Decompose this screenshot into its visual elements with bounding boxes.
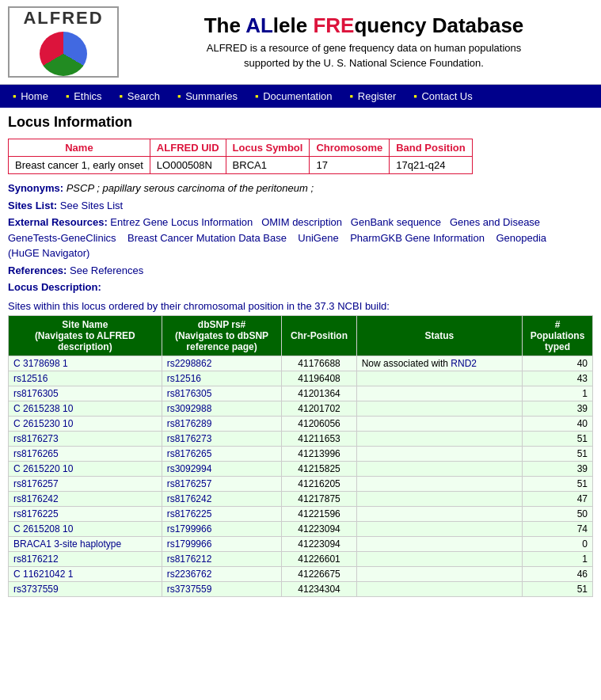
dbsnp-link[interactable]: rs8176273 [167, 433, 212, 444]
site-name-link[interactable]: C 2615238 10 [13, 403, 73, 414]
pops-cell: 1 [523, 551, 593, 566]
dbsnp-cell: rs3092994 [162, 461, 282, 476]
chr-pos-cell: 41223094 [282, 536, 356, 551]
link-unigene[interactable]: UniGene [298, 232, 338, 244]
logo-text: ALFRED [23, 8, 103, 29]
dbsnp-link[interactable]: rs12516 [167, 373, 201, 384]
pops-cell: 50 [523, 506, 593, 521]
link-brca-mutation[interactable]: Breast Cancer Mutation Data Base [127, 232, 287, 244]
site-row: C 11621042 1rs22367624122667546 [9, 566, 593, 581]
chr-pos-cell: 41216205 [282, 476, 356, 491]
header: ALFRED The ALlele FREquency Database ALF… [0, 0, 601, 85]
site-row: rs8176212rs8176212412266011 [9, 551, 593, 566]
link-pharmgkb[interactable]: PharmGKB Gene Information [350, 232, 485, 244]
site-name-link[interactable]: rs8176305 [13, 388, 59, 399]
site-name-link[interactable]: C 2615208 10 [13, 523, 73, 535]
site-name-cell: C 2615238 10 [9, 401, 162, 416]
status-cell [356, 536, 522, 551]
link-genes-disease[interactable]: Genes and Disease [450, 216, 540, 228]
sites-table: Site Name(Navigates to ALFREDdescription… [8, 315, 593, 597]
site-name-link[interactable]: rs8176242 [13, 493, 59, 504]
dbsnp-cell: rs8176257 [162, 476, 282, 491]
site-row: rs3737559rs37375594123430451 [9, 581, 593, 596]
nav-ethics[interactable]: ▪ Ethics [58, 88, 110, 105]
dbsnp-cell: rs8176212 [162, 551, 282, 566]
site-name-cell: rs8176242 [9, 491, 162, 506]
status-link[interactable]: RND2 [451, 358, 477, 369]
dbsnp-cell: rs3092988 [162, 401, 282, 416]
dbsnp-link[interactable]: rs8176289 [167, 418, 212, 429]
sites-list-link[interactable]: See Sites List [60, 200, 124, 211]
pops-cell: 39 [523, 461, 593, 476]
site-name-link[interactable]: rs8176273 [13, 433, 59, 444]
site-name-cell: rs8176265 [9, 446, 162, 461]
sites-table-body: C 3178698 1rs229886241176688Now associat… [9, 356, 593, 596]
site-name-link[interactable]: C 3178698 1 [13, 358, 68, 369]
site-name-link[interactable]: C 2615220 10 [13, 463, 73, 474]
dbsnp-cell: rs2236762 [162, 566, 282, 581]
dbsnp-cell: rs12516 [162, 371, 282, 386]
pops-cell: 43 [523, 371, 593, 386]
pops-cell: 51 [523, 476, 593, 491]
references-row: References: See References [8, 263, 593, 279]
references-link[interactable]: See References [70, 264, 143, 276]
chr-pos-cell: 41201364 [282, 386, 356, 401]
dbsnp-link[interactable]: rs8176265 [167, 448, 212, 459]
site-name-link[interactable]: rs3737559 [13, 584, 59, 595]
site-name-link[interactable]: C 11621042 1 [13, 569, 73, 580]
site-name-link[interactable]: rs8176225 [13, 508, 59, 519]
link-entrez[interactable]: Entrez Gene Locus Information [110, 216, 253, 228]
site-row: C 3178698 1rs229886241176688Now associat… [9, 356, 593, 371]
dbsnp-cell: rs3737559 [162, 581, 282, 596]
site-name-link[interactable]: rs8176212 [13, 554, 59, 565]
site-name-link[interactable]: rs8176257 [13, 478, 59, 489]
dbsnp-link[interactable]: rs1799966 [167, 538, 212, 550]
link-huge[interactable]: (HuGE Navigator) [8, 247, 89, 259]
th-chr-pos: Chr-Position [282, 315, 356, 356]
dbsnp-link[interactable]: rs2298862 [167, 358, 212, 369]
site-name-link[interactable]: rs8176265 [13, 448, 59, 459]
site-row: rs8176273rs81762734121165351 [9, 431, 593, 446]
dbsnp-link[interactable]: rs8176305 [167, 388, 212, 399]
dbsnp-link[interactable]: rs8176212 [167, 554, 212, 565]
site-row: rs8176225rs81762254122159650 [9, 506, 593, 521]
nav-search[interactable]: ▪ Search [112, 88, 168, 105]
col-symbol: Locus Symbol [226, 139, 310, 157]
link-genopedia[interactable]: Genopedia [496, 232, 546, 244]
nav-summaries[interactable]: ▪ Summaries [169, 88, 245, 105]
dbsnp-link[interactable]: rs3092994 [167, 463, 212, 474]
status-cell [356, 446, 522, 461]
status-cell [356, 506, 522, 521]
link-genbank[interactable]: GenBank sequence [351, 216, 441, 228]
header-subtitle: ALFRED is a resource of gene frequency d… [135, 41, 593, 70]
col-chr: Chromosome [310, 139, 390, 157]
dbsnp-link[interactable]: rs8176257 [167, 478, 212, 489]
status-cell: Now associated with RND2 [356, 356, 522, 371]
site-name-cell: C 2615220 10 [9, 461, 162, 476]
chr-pos-cell: 41211653 [282, 431, 356, 446]
dbsnp-link[interactable]: rs1799966 [167, 523, 212, 535]
link-genetests[interactable]: GeneTests-GeneClinics [8, 232, 116, 244]
nav-register[interactable]: ▪ Register [342, 88, 405, 105]
nav-documentation[interactable]: ▪ Documentation [247, 88, 340, 105]
logo: ALFRED [8, 6, 119, 78]
link-omim[interactable]: OMIM description [261, 216, 342, 228]
pops-cell: 46 [523, 566, 593, 581]
nav-home[interactable]: ▪ Home [5, 88, 56, 105]
external-resources-label: External Resources: [8, 216, 108, 228]
site-name-link[interactable]: C 2615230 10 [13, 418, 73, 429]
logo-pie-chart [40, 32, 87, 76]
dbsnp-cell: rs8176273 [162, 431, 282, 446]
dbsnp-link[interactable]: rs3737559 [167, 584, 212, 595]
dbsnp-link[interactable]: rs2236762 [167, 569, 212, 580]
dbsnp-link[interactable]: rs8176225 [167, 508, 212, 519]
nav-contact[interactable]: ▪ Contact Us [405, 88, 481, 105]
sites-list-row: Sites List: See Sites List [8, 198, 593, 214]
dbsnp-link[interactable]: rs8176242 [167, 493, 212, 504]
title-lele: lele [273, 13, 314, 37]
site-name-link[interactable]: rs12516 [13, 373, 48, 384]
pops-cell: 51 [523, 431, 593, 446]
dbsnp-link[interactable]: rs3092988 [167, 403, 212, 414]
site-name-link[interactable]: BRACA1 3-site haplotype [13, 538, 121, 550]
navigation: ▪ Home ▪ Ethics ▪ Search ▪ Summaries ▪ D… [0, 85, 601, 108]
